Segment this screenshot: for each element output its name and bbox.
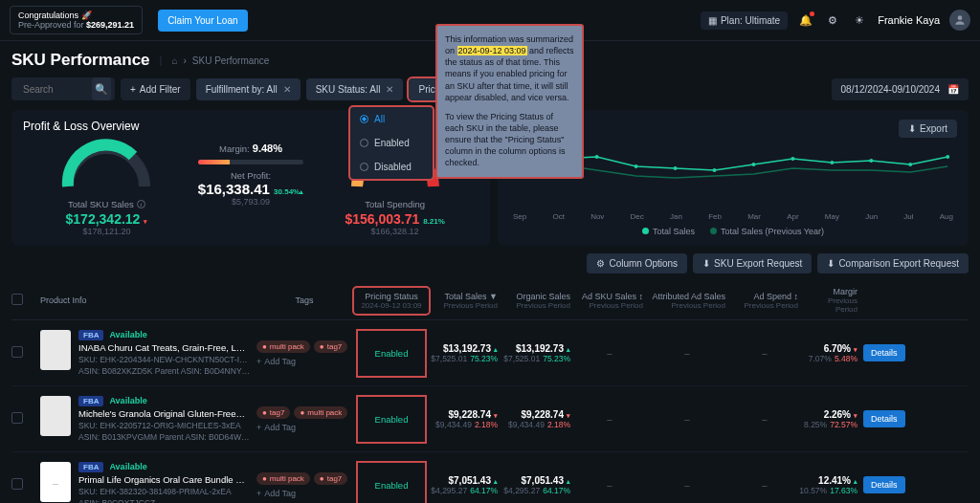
svg-point-4 [635, 164, 638, 168]
filter-sku-status[interactable]: SKU Status: All✕ [306, 78, 404, 100]
info-icon[interactable]: i [137, 200, 145, 208]
claim-loan-button[interactable]: Claim Your Loan [158, 10, 247, 32]
add-tag-button[interactable]: + Add Tag [256, 489, 296, 498]
home-icon[interactable]: ⌂ [171, 55, 177, 66]
tag-chip[interactable]: ● tag7 [314, 472, 347, 485]
user-name: Frankie Kaya [878, 14, 940, 26]
table-row: FBAAvailable Michele's Granola Original … [11, 386, 969, 452]
details-button[interactable]: Details [863, 344, 905, 361]
tag-chip[interactable]: ● multi pack [256, 340, 310, 353]
search-input-wrap: 🔍 [11, 77, 115, 100]
search-icon[interactable]: 🔍 [92, 77, 111, 100]
breadcrumb: ⌂›SKU Performance [171, 55, 269, 66]
chart-legend: Total Sales Total Sales (Previous Year) [509, 227, 957, 236]
page-title: SKU Performance [11, 51, 150, 70]
pricing-status-cell: Enabled [358, 463, 425, 504]
pricing-status-cell: Enabled [358, 331, 425, 376]
row-checkbox[interactable] [11, 412, 23, 424]
close-icon[interactable]: ✕ [283, 84, 291, 95]
tag-chip[interactable]: ● tag7 [314, 340, 347, 353]
col-pricing-status[interactable]: Pricing Status2024-09-12 03:09 [354, 288, 429, 314]
filter-fulfillment[interactable]: Fulfillment by: All✕ [196, 78, 301, 100]
availability-badge: Available [109, 396, 146, 406]
row-checkbox[interactable] [11, 478, 23, 490]
svg-point-6 [713, 168, 717, 172]
gear-icon[interactable]: ⚙ [824, 11, 841, 29]
svg-point-5 [674, 166, 678, 170]
theme-toggle-icon[interactable]: ☀ [851, 11, 868, 29]
pricing-status-cell: Enabled [358, 397, 425, 442]
grid-icon: ▦ [708, 15, 717, 26]
product-title[interactable]: INABA Churu Cat Treats, Grain-Free, Lick… [78, 342, 246, 353]
fba-badge: FBA [78, 330, 103, 340]
info-tooltip: This information was summarized on 2024-… [435, 24, 584, 179]
row-checkbox[interactable] [11, 346, 23, 358]
fba-badge: FBA [78, 396, 103, 406]
product-thumbnail [40, 396, 71, 436]
download-icon: ⬇ [827, 258, 835, 269]
product-thumbnail [40, 330, 71, 370]
search-input[interactable] [15, 78, 92, 100]
svg-point-0 [958, 15, 963, 20]
product-title[interactable]: Michele's Granola Original Gluten-Free &… [78, 408, 246, 419]
comparison-export-button[interactable]: ⬇Comparison Export Request [817, 253, 969, 273]
panel-title: Profit & Loss Overview [23, 120, 139, 133]
add-filter-button[interactable]: +Add Filter [121, 78, 190, 100]
tag-chip[interactable]: ● multi pack [294, 406, 347, 419]
column-options-button[interactable]: ⚙Column Options [587, 253, 687, 273]
gear-icon: ⚙ [596, 258, 605, 269]
table-row: ... FBAAvailable Primal Life Organics Or… [11, 452, 969, 503]
svg-point-3 [595, 155, 599, 159]
svg-point-11 [908, 163, 912, 166]
plan-badge[interactable]: ▦Plan: Ultimate [701, 11, 788, 30]
details-button[interactable]: Details [863, 476, 905, 493]
add-tag-button[interactable]: + Add Tag [256, 357, 296, 366]
dropdown-option-disabled[interactable]: Disabled [350, 155, 433, 179]
col-product[interactable]: Product Info [40, 295, 251, 305]
details-button[interactable]: Details [863, 410, 905, 427]
export-button[interactable]: ⬇Export [899, 120, 957, 138]
svg-point-10 [869, 159, 873, 163]
dropdown-option-enabled[interactable]: Enabled [350, 131, 433, 155]
pricing-status-dropdown: All Enabled Disabled [349, 106, 434, 180]
table-row: FBAAvailable INABA Churu Cat Treats, Gra… [11, 320, 969, 386]
close-icon[interactable]: ✕ [386, 84, 393, 95]
table-header: Product Info Tags Pricing Status2024-09-… [11, 281, 969, 320]
availability-badge: Available [109, 462, 146, 472]
date-range-picker[interactable]: 08/12/2024-09/10/2024📅 [832, 78, 969, 100]
col-margin[interactable]: MargirPrevious Period [804, 287, 858, 314]
availability-badge: Available [109, 330, 146, 340]
col-attributed-ad-sales[interactable]: Attributed Ad SalesPrevious Period [649, 292, 725, 310]
col-ad-spend[interactable]: Ad Spend ↕Previous Period [731, 292, 798, 310]
svg-point-9 [830, 161, 834, 164]
col-tags[interactable]: Tags [256, 295, 352, 305]
download-icon: ⬇ [702, 258, 710, 269]
col-total-sales[interactable]: Total Sales ▼Previous Period [431, 292, 498, 310]
svg-point-12 [946, 155, 949, 159]
col-organic-sales[interactable]: Organic SalesPrevious Period [503, 292, 570, 310]
sku-export-button[interactable]: ⬇SKU Export Request [693, 253, 812, 273]
tag-chip[interactable]: ● tag7 [256, 406, 290, 419]
product-thumbnail: ... [40, 462, 71, 502]
calendar-icon: 📅 [947, 84, 959, 95]
chart-x-axis: SepOctNovDecJanFebMarAprMayJunJulAug [509, 212, 957, 221]
gauge-total-sku-sales: Total SKU Salesi $172,342.12 $178,121.20 [23, 139, 190, 236]
col-ad-sku-sales[interactable]: Ad SKU Sales ↕Previous Period [576, 292, 643, 310]
notifications-icon[interactable]: 🔔 [797, 11, 814, 29]
fba-badge: FBA [78, 462, 103, 472]
svg-point-7 [752, 163, 756, 166]
avatar[interactable] [949, 10, 970, 31]
add-tag-button[interactable]: + Add Tag [256, 423, 296, 432]
svg-point-8 [791, 157, 794, 161]
promo-banner: Congratulations 🚀 Pre-Approved for $269,… [10, 6, 143, 34]
download-icon: ⬇ [908, 123, 916, 134]
margin-block: Margin: 9.48% Net Profit: $16,338.41 30.… [198, 139, 303, 207]
select-all-checkbox[interactable] [11, 294, 23, 305]
tag-chip[interactable]: ● multi pack [256, 472, 310, 485]
product-title[interactable]: Primal Life Organics Oral Care Bundle - … [78, 474, 246, 485]
dropdown-option-all[interactable]: All [350, 107, 433, 131]
